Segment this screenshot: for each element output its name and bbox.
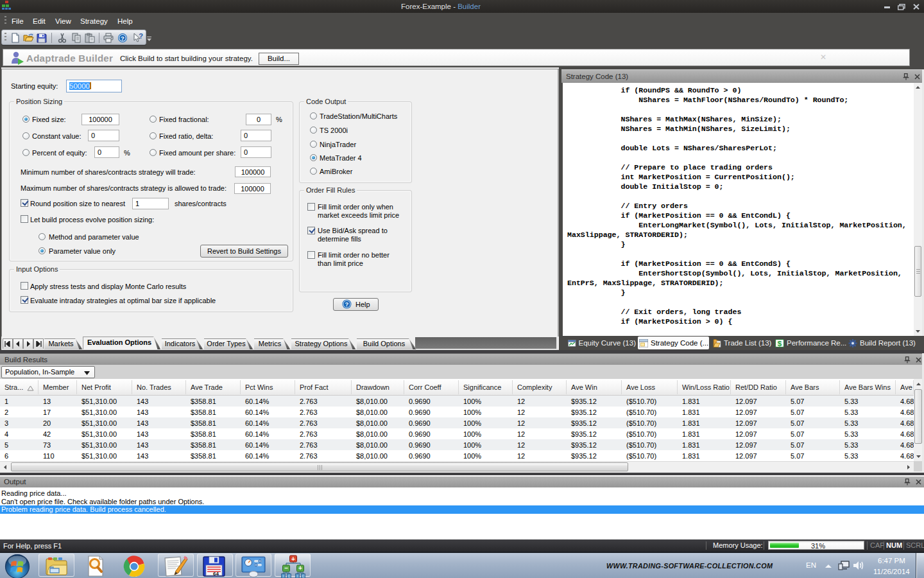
svg-text:?: ? bbox=[345, 301, 349, 308]
svg-text:C: C bbox=[302, 574, 305, 578]
svg-text:?: ? bbox=[139, 33, 143, 40]
svg-text:C: C bbox=[288, 574, 291, 578]
svg-text:–: – bbox=[284, 565, 288, 572]
svg-text:$: $ bbox=[778, 339, 782, 347]
svg-text:+: + bbox=[298, 565, 302, 572]
svg-text:64: 64 bbox=[213, 571, 219, 577]
svg-text:+: + bbox=[291, 556, 295, 563]
svg-text:?: ? bbox=[121, 35, 124, 42]
